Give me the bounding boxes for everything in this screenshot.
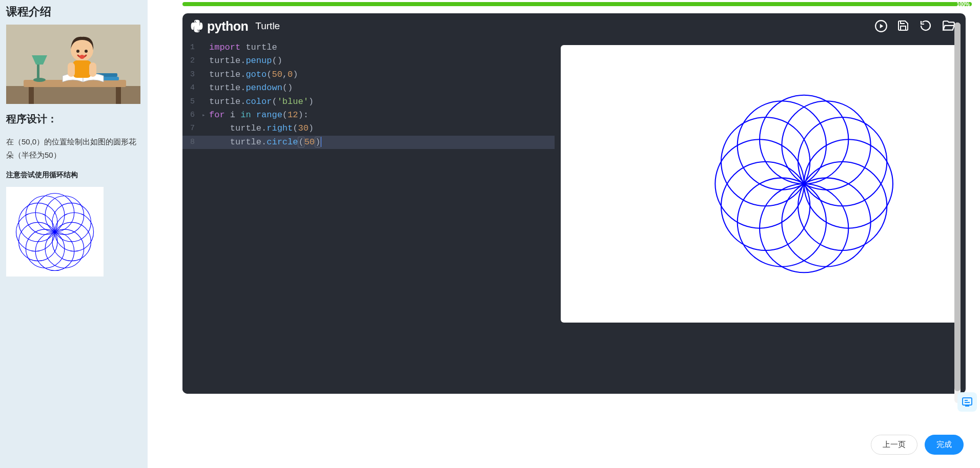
brand-text: python <box>207 19 248 34</box>
svg-rect-13 <box>73 60 91 78</box>
code-line[interactable]: 8 turtle.circle(50) <box>182 136 555 149</box>
code-line[interactable]: 3turtle.goto(50,0) <box>182 68 555 81</box>
sidebar: 课程介绍 <box>0 0 148 468</box>
line-number: 3 <box>182 68 202 81</box>
code-line[interactable]: 1import turtle <box>182 41 555 54</box>
line-number: 5 <box>182 95 202 109</box>
line-number: 2 <box>182 54 202 68</box>
help-float-icon[interactable] <box>957 392 977 412</box>
run-icon[interactable] <box>874 19 888 33</box>
progress-percent: 100% <box>956 2 970 7</box>
scrollbar[interactable] <box>954 23 961 403</box>
mode-label: Turtle <box>255 20 280 32</box>
code-line[interactable]: 5turtle.color('blue') <box>182 95 555 109</box>
svg-point-12 <box>79 55 85 59</box>
lesson-title: 课程介绍 <box>6 4 141 19</box>
progress-track <box>182 2 972 6</box>
line-number: 4 <box>182 81 202 95</box>
scrollbar-thumb[interactable] <box>954 23 961 391</box>
reset-icon[interactable] <box>920 19 933 33</box>
line-number: 7 <box>182 122 202 135</box>
line-number: 8 <box>182 136 202 149</box>
code-line[interactable]: 7 turtle.right(30) <box>182 122 555 135</box>
open-folder-icon[interactable] <box>942 19 955 33</box>
svg-point-11 <box>85 50 88 53</box>
output-pane <box>555 39 966 394</box>
turtle-canvas <box>561 45 958 323</box>
code-line[interactable]: 4turtle.pendown() <box>182 81 555 95</box>
svg-point-10 <box>76 50 79 53</box>
editor-frame: python Turtle <box>182 13 966 394</box>
editor-header: python Turtle <box>182 13 966 39</box>
code-line[interactable]: 2turtle.penup() <box>182 54 555 68</box>
code-editor[interactable]: 1import turtle2turtle.penup()3turtle.got… <box>182 39 555 394</box>
main-content: 100% python Turtle <box>148 0 980 468</box>
done-button[interactable]: 完成 <box>925 435 964 455</box>
save-icon[interactable] <box>897 19 910 33</box>
lesson-illustration <box>6 25 140 104</box>
hint-text: 注意尝试使用循环结构 <box>6 171 141 180</box>
python-icon <box>190 19 204 33</box>
code-line[interactable]: 6▸for i in range(12): <box>182 109 555 122</box>
target-output-image <box>6 187 104 276</box>
progress-bar: 100% <box>182 2 972 8</box>
line-number: 6 <box>182 109 202 122</box>
svg-rect-4 <box>116 87 121 104</box>
svg-rect-41 <box>963 398 972 405</box>
python-brand: python Turtle <box>190 19 280 34</box>
task-description: 在（50,0）的位置绘制出如图的圆形花朵（半径为50） <box>6 135 141 161</box>
prev-page-button[interactable]: 上一页 <box>871 435 917 455</box>
svg-point-6 <box>33 78 46 82</box>
fold-marker[interactable]: ▸ <box>202 109 209 122</box>
section-title: 程序设计： <box>6 112 141 126</box>
svg-rect-15 <box>89 62 96 77</box>
svg-rect-3 <box>29 87 34 104</box>
svg-rect-14 <box>68 62 75 77</box>
line-number: 1 <box>182 41 202 54</box>
